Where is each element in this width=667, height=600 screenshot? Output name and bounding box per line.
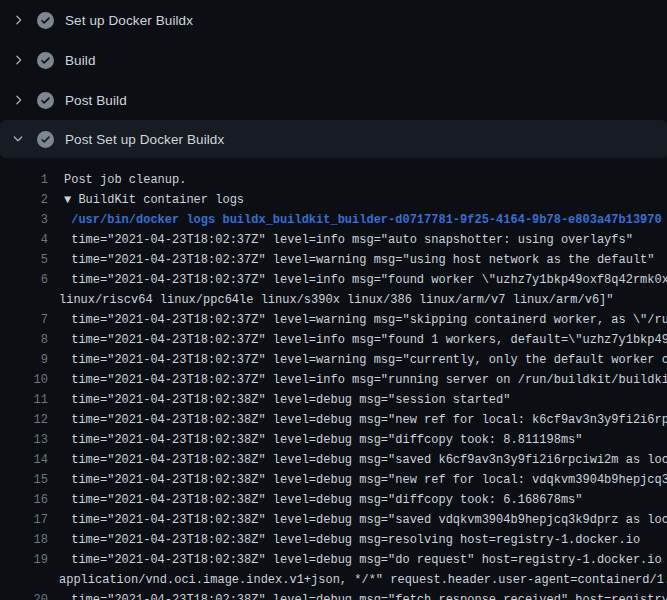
actions-log-panel: Set up Docker Buildx Build Post Build	[0, 0, 667, 600]
line-number[interactable]: 11	[0, 390, 48, 410]
log-row: 11 time="2021-04-23T18:02:38Z" level=deb…	[0, 390, 667, 410]
log-text: time="2021-04-23T18:02:38Z" level=debug …	[64, 450, 667, 470]
chevron-right-icon	[10, 12, 26, 28]
log-row: application/vnd.oci.image.index.v1+json,…	[0, 570, 667, 590]
line-number[interactable]: 9	[0, 350, 48, 370]
line-number[interactable]: 12	[0, 410, 48, 430]
log-row: 12 time="2021-04-23T18:02:38Z" level=deb…	[0, 410, 667, 430]
log-text: time="2021-04-23T18:02:38Z" level=debug …	[64, 430, 582, 450]
line-number[interactable]: 13	[0, 430, 48, 450]
log-text: time="2021-04-23T18:02:37Z" level=warnin…	[64, 350, 667, 370]
log-text: time="2021-04-23T18:02:37Z" level=info m…	[64, 370, 667, 390]
log-command-text: /usr/bin/docker logs buildx_buildkit_bui…	[64, 210, 662, 230]
log-row: 7 time="2021-04-23T18:02:37Z" level=warn…	[0, 310, 667, 330]
step-row-post-set-up-docker-buildx[interactable]: Post Set up Docker Buildx	[0, 120, 667, 158]
step-label: Post Build	[65, 93, 127, 108]
check-circle-icon	[37, 52, 54, 69]
log-text: Post job cleanup.	[64, 170, 186, 190]
chevron-right-icon	[10, 52, 26, 68]
log-rows: 1Post job cleanup.2▼ BuildKit container …	[0, 158, 667, 600]
line-number[interactable]: 19	[0, 550, 48, 570]
log-row: 4 time="2021-04-23T18:02:37Z" level=info…	[0, 230, 667, 250]
log-text: linux/riscv64 linux/ppc64le linux/s390x …	[59, 290, 614, 310]
log-text: time="2021-04-23T18:02:38Z" level=debug …	[64, 410, 667, 430]
log-text: time="2021-04-23T18:02:38Z" level=debug …	[64, 590, 667, 600]
log-text: time="2021-04-23T18:02:37Z" level=info m…	[64, 230, 633, 250]
log-text: time="2021-04-23T18:02:38Z" level=debug …	[64, 470, 667, 490]
log-row: 13 time="2021-04-23T18:02:38Z" level=deb…	[0, 430, 667, 450]
line-number	[0, 290, 48, 310]
line-number[interactable]: 10	[0, 370, 48, 390]
line-number[interactable]: 17	[0, 510, 48, 530]
step-label: Build	[65, 53, 96, 68]
line-number[interactable]: 8	[0, 330, 48, 350]
line-number[interactable]: 2	[0, 190, 48, 210]
check-circle-icon	[37, 131, 54, 148]
log-row: 10 time="2021-04-23T18:02:37Z" level=inf…	[0, 370, 667, 390]
log-row: 16 time="2021-04-23T18:02:38Z" level=deb…	[0, 490, 667, 510]
line-number[interactable]: 14	[0, 450, 48, 470]
steps-list: Set up Docker Buildx Build Post Build	[0, 0, 667, 158]
log-text: time="2021-04-23T18:02:37Z" level=warnin…	[64, 250, 655, 270]
line-number[interactable]: 7	[0, 310, 48, 330]
log-row: 3 /usr/bin/docker logs buildx_buildkit_b…	[0, 210, 667, 230]
log-text: time="2021-04-23T18:02:38Z" level=debug …	[64, 550, 667, 570]
log-row: 14 time="2021-04-23T18:02:38Z" level=deb…	[0, 450, 667, 470]
log-text: time="2021-04-23T18:02:37Z" level=info m…	[64, 330, 667, 350]
chevron-down-icon	[10, 131, 26, 147]
log-row: 6 time="2021-04-23T18:02:37Z" level=info…	[0, 270, 667, 290]
check-circle-icon	[37, 92, 54, 109]
log-text: time="2021-04-23T18:02:37Z" level=info m…	[64, 270, 667, 290]
line-number	[0, 570, 48, 590]
line-number[interactable]: 6	[0, 270, 48, 290]
log-text: application/vnd.oci.image.index.v1+json,…	[59, 570, 667, 590]
log-text: time="2021-04-23T18:02:38Z" level=debug …	[64, 530, 640, 550]
log-row: 19 time="2021-04-23T18:02:38Z" level=deb…	[0, 550, 667, 570]
log-row: 17 time="2021-04-23T18:02:38Z" level=deb…	[0, 510, 667, 530]
line-number[interactable]: 20	[0, 590, 48, 600]
line-number[interactable]: 4	[0, 230, 48, 250]
log-text: time="2021-04-23T18:02:38Z" level=debug …	[64, 510, 667, 530]
log-row: 5 time="2021-04-23T18:02:37Z" level=warn…	[0, 250, 667, 270]
line-number[interactable]: 1	[0, 170, 48, 190]
line-number[interactable]: 18	[0, 530, 48, 550]
log-row: 15 time="2021-04-23T18:02:38Z" level=deb…	[0, 470, 667, 490]
step-row-build[interactable]: Build	[0, 40, 667, 80]
log-text: time="2021-04-23T18:02:38Z" level=debug …	[64, 490, 582, 510]
line-number[interactable]: 5	[0, 250, 48, 270]
log-text: time="2021-04-23T18:02:37Z" level=warnin…	[64, 310, 667, 330]
line-number[interactable]: 3	[0, 210, 48, 230]
log-group-toggle[interactable]: ▼ BuildKit container logs	[64, 190, 244, 210]
log-row: 8 time="2021-04-23T18:02:37Z" level=info…	[0, 330, 667, 350]
step-row-set-up-docker-buildx[interactable]: Set up Docker Buildx	[0, 0, 667, 40]
log-row: 2▼ BuildKit container logs	[0, 190, 667, 210]
step-label: Post Set up Docker Buildx	[65, 132, 224, 147]
line-number[interactable]: 16	[0, 490, 48, 510]
log-row: 1Post job cleanup.	[0, 170, 667, 190]
log-row: 18 time="2021-04-23T18:02:38Z" level=deb…	[0, 530, 667, 550]
check-circle-icon	[37, 12, 54, 29]
step-label: Set up Docker Buildx	[65, 13, 193, 28]
log-text: time="2021-04-23T18:02:38Z" level=debug …	[64, 390, 510, 410]
log-row: linux/riscv64 linux/ppc64le linux/s390x …	[0, 290, 667, 310]
chevron-right-icon	[10, 92, 26, 108]
log-row: 20 time="2021-04-23T18:02:38Z" level=deb…	[0, 590, 667, 600]
log-row: 9 time="2021-04-23T18:02:37Z" level=warn…	[0, 350, 667, 370]
line-number[interactable]: 15	[0, 470, 48, 490]
step-row-post-build[interactable]: Post Build	[0, 80, 667, 120]
